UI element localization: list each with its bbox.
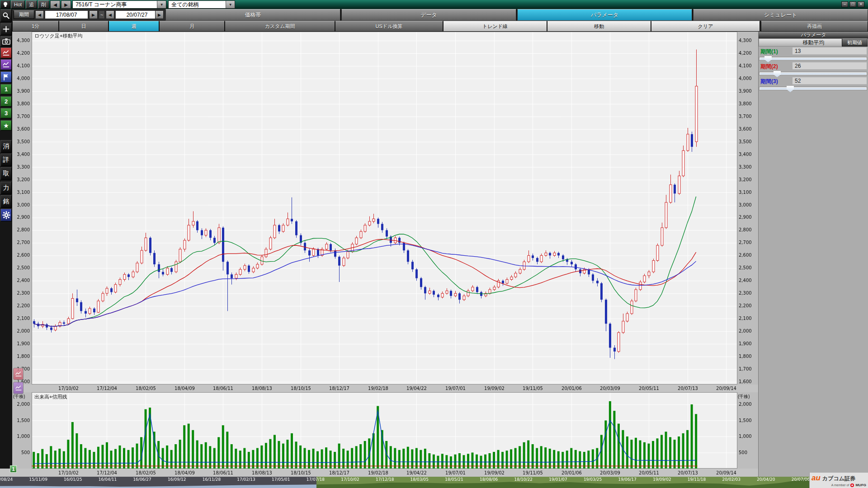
timeframe-weekly-button[interactable]: 週 xyxy=(108,21,159,32)
close-button[interactable]: × xyxy=(858,1,864,7)
period-from-prev-button[interactable]: ◀ xyxy=(35,10,44,19)
mufg-text: MUFG xyxy=(855,483,866,487)
favorite-star-icon[interactable]: ★ xyxy=(0,120,12,131)
clear-button[interactable]: クリア xyxy=(651,21,760,32)
custom-period-button[interactable]: カスタム期間 xyxy=(225,21,335,32)
parameter-panel: パラメータ 移動平均 初期値 期間(1) 13 期間(2) 26 期間(3) 5… xyxy=(758,32,868,488)
maximize-button[interactable]: □ xyxy=(849,1,856,7)
universe-dropdown-icon[interactable]: ▼ xyxy=(226,1,235,8)
period-separator: ~ xyxy=(99,10,105,19)
period3-slider-track[interactable] xyxy=(760,87,867,90)
period-to-next-button[interactable]: ▶ xyxy=(155,10,164,19)
tab-parameter[interactable]: パラメータ xyxy=(517,9,692,21)
redraw-button[interactable]: 再描画 xyxy=(761,21,868,32)
chart-application-window: Hot 追 削 ◀ ▶ 7516/T コーナン商事 ▼ 全ての銘柄 ▼ – □ … xyxy=(0,0,868,488)
ticker-value: 7516/T コーナン商事 xyxy=(73,1,157,9)
add-button[interactable]: 追 xyxy=(26,0,37,9)
timeframe-daily-button[interactable]: 日 xyxy=(59,21,108,32)
next-symbol-button[interactable]: ▶ xyxy=(61,0,71,9)
usd-conversion-button[interactable]: USドル換算 xyxy=(335,21,443,32)
minimize-button[interactable]: – xyxy=(841,1,848,7)
ticker-dropdown-icon[interactable]: ▼ xyxy=(157,1,166,8)
period2-label: 期間(2) xyxy=(760,63,792,70)
price-volume-chart-canvas[interactable] xyxy=(12,32,758,477)
chart-style-purple-icon[interactable] xyxy=(0,59,12,70)
search-icon[interactable] xyxy=(0,9,12,22)
reset-defaults-button[interactable]: 初期値 xyxy=(842,38,868,47)
delete-button[interactable]: 削 xyxy=(38,0,49,9)
universe-combobox[interactable]: 全ての銘柄 ▼ xyxy=(168,0,235,9)
period1-slider-thumb[interactable] xyxy=(764,56,772,62)
period-and-tabs-bar: 期間 ◀ 17/08/07 ▶ ~ ◀ 20/07/27 ▶ 価格帯 データ パ… xyxy=(0,9,868,21)
timeframe-monthly-button[interactable]: 月 xyxy=(159,21,225,32)
chart-style-red-icon[interactable] xyxy=(0,47,12,58)
period3-slider-thumb[interactable] xyxy=(787,86,794,92)
lightbulb-icon[interactable] xyxy=(0,0,10,9)
universe-value: 全ての銘柄 xyxy=(169,1,226,9)
preset-3-button[interactable]: 3 xyxy=(0,108,12,118)
mufg-icon xyxy=(850,483,854,487)
period-from-input[interactable]: 17/08/07 xyxy=(45,10,88,19)
camera-icon[interactable] xyxy=(0,36,12,47)
range-navigator-canvas[interactable] xyxy=(0,477,809,488)
flag-icon[interactable] xyxy=(0,71,12,83)
ticker-combobox[interactable]: 7516/T コーナン商事 ▼ xyxy=(72,0,166,9)
power-button[interactable]: 力 xyxy=(0,182,12,194)
chart-toolbar: 1分 日 週 月 カスタム期間 USドル換算 トレンド線 移動 クリア 再描画 xyxy=(12,21,868,32)
overlay-chart-pink-icon[interactable] xyxy=(13,368,24,380)
title-bar: Hot 追 削 ◀ ▶ 7516/T コーナン商事 ▼ 全ての銘柄 ▼ – □ … xyxy=(0,0,868,9)
prev-symbol-button[interactable]: ◀ xyxy=(50,0,60,9)
broker-logo: au カブコム証券 A member of MUFG xyxy=(809,473,868,488)
period1-label: 期間(1) xyxy=(760,48,792,56)
preset-1-button[interactable]: 1 xyxy=(0,84,12,94)
period3-slider[interactable] xyxy=(760,85,867,92)
period-to-input[interactable]: 20/07/27 xyxy=(115,10,159,19)
period-label: 期間 xyxy=(14,10,34,19)
page-indicator-badge[interactable]: 1 xyxy=(10,465,17,473)
period2-slider[interactable] xyxy=(760,70,867,77)
symbol-button[interactable]: 銘 xyxy=(0,195,12,208)
period2-value[interactable]: 26 xyxy=(793,62,867,70)
tool-sidebar: 1 2 3 ★ 消 詳 取 力 銘 xyxy=(0,9,12,469)
price-chart-title: ロウソク足+移動平均 xyxy=(34,33,82,39)
gear-icon[interactable] xyxy=(0,209,12,221)
preset-2-button[interactable]: 2 xyxy=(0,96,12,107)
period3-value[interactable]: 52 xyxy=(793,77,867,84)
tab-simulate[interactable]: シミュレート xyxy=(693,9,868,21)
period1-slider[interactable] xyxy=(760,56,867,62)
crosshair-icon[interactable] xyxy=(0,23,12,35)
window-controls: – □ × xyxy=(841,1,864,7)
tab-data[interactable]: データ xyxy=(341,9,516,21)
member-of-text: A member of xyxy=(831,483,849,487)
volume-chart-title: 出来高+信用残 xyxy=(34,394,67,400)
hot-button[interactable]: Hot xyxy=(11,0,25,9)
period3-label: 期間(3) xyxy=(760,78,792,85)
erase-button[interactable]: 消 xyxy=(0,140,12,153)
overlay-chart-purple-icon[interactable] xyxy=(13,382,24,394)
period1-value[interactable]: 13 xyxy=(793,47,867,55)
move-button[interactable]: 移動 xyxy=(547,21,651,32)
period-to-prev-button[interactable]: ◀ xyxy=(106,10,114,19)
period1-slider-track[interactable] xyxy=(760,57,867,60)
detail-button[interactable]: 詳 xyxy=(0,154,12,166)
timeframe-1min-button[interactable]: 1分 xyxy=(12,21,59,32)
panel-tabs: 価格帯 データ パラメータ シミュレート xyxy=(165,9,868,21)
parameter-panel-title: パラメータ xyxy=(759,32,868,38)
tab-price-band[interactable]: 価格帯 xyxy=(165,9,340,21)
period-from-next-button[interactable]: ▶ xyxy=(89,10,98,19)
trade-button[interactable]: 取 xyxy=(0,167,12,180)
broker-name: カブコム証券 xyxy=(822,475,855,483)
volume-unit-left: (千株) xyxy=(13,394,25,400)
period2-slider-thumb[interactable] xyxy=(774,71,781,77)
au-logo: au xyxy=(811,474,821,483)
trend-line-button[interactable]: トレンド線 xyxy=(443,21,547,32)
volume-unit-right: (千株) xyxy=(738,394,750,400)
